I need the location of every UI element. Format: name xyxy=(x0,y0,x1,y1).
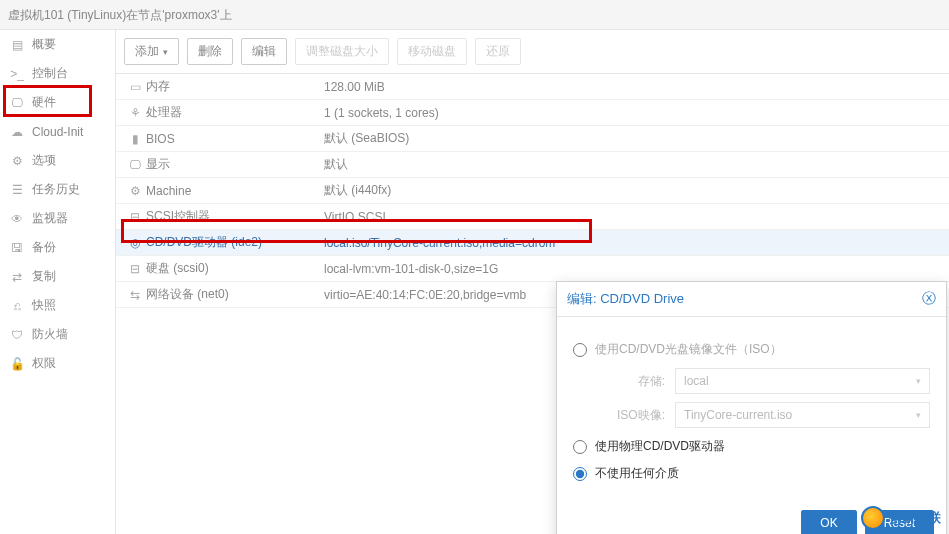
hw-value: 默认 xyxy=(324,156,941,173)
hw-name: 硬盘 (scsi0) xyxy=(146,260,324,277)
toolbar: 添加▾ 删除 编辑 调整磁盘大小 移动磁盘 还原 xyxy=(116,30,949,74)
sidebar-item-console[interactable]: >_控制台 xyxy=(0,59,115,88)
hardware-row-display[interactable]: 🖵显示默认 xyxy=(116,152,949,178)
radio-use-iso[interactable]: 使用CD/DVD光盘镜像文件（ISO） xyxy=(573,341,930,358)
sidebar-item-summary[interactable]: ▤概要 xyxy=(0,30,115,59)
radio-no-media[interactable]: 不使用任何介质 xyxy=(573,465,930,482)
edit-button[interactable]: 编辑 xyxy=(241,38,287,65)
book-icon: ▤ xyxy=(10,38,24,52)
sidebar-item-label: 控制台 xyxy=(32,65,68,82)
chevron-down-icon: ▾ xyxy=(916,410,921,420)
hw-name: Machine xyxy=(146,184,324,198)
cogs-icon: ⚙ xyxy=(124,184,146,198)
display-icon: 🖵 xyxy=(124,158,146,172)
revert-button: 还原 xyxy=(475,38,521,65)
hdd-icon: ⊟ xyxy=(124,210,146,224)
hw-name: CD/DVD驱动器 (ide2) xyxy=(146,234,324,251)
hw-value: VirtIO SCSI xyxy=(324,210,941,224)
hdd-icon: ⊟ xyxy=(124,262,146,276)
radio-use-physical[interactable]: 使用物理CD/DVD驱动器 xyxy=(573,438,930,455)
radio-label: 使用物理CD/DVD驱动器 xyxy=(595,438,725,455)
hardware-row-scsi-controller[interactable]: ⊟SCSI控制器VirtIO SCSI xyxy=(116,204,949,230)
add-button[interactable]: 添加▾ xyxy=(124,38,179,65)
hardware-row-machine[interactable]: ⚙Machine默认 (i440fx) xyxy=(116,178,949,204)
hw-value: 1 (1 sockets, 1 cores) xyxy=(324,106,941,120)
storage-field-row: 存储: local▾ xyxy=(595,368,930,394)
chevron-down-icon: ▾ xyxy=(163,47,168,57)
hw-name: BIOS xyxy=(146,132,324,146)
hw-value: local:iso/TinyCore-current.iso,media=cdr… xyxy=(324,236,941,250)
ok-button[interactable]: OK xyxy=(801,510,856,534)
hw-name: 显示 xyxy=(146,156,324,173)
monitor-icon: 🖵 xyxy=(10,96,24,110)
sidebar-item-label: 复制 xyxy=(32,268,56,285)
hw-name: 内存 xyxy=(146,78,324,95)
hw-value: 默认 (i440fx) xyxy=(324,182,941,199)
hw-name: 网络设备 (net0) xyxy=(146,286,324,303)
history-icon: ⎌ xyxy=(10,299,24,313)
radio-label: 使用CD/DVD光盘镜像文件（ISO） xyxy=(595,341,782,358)
sidebar-item-monitor[interactable]: 👁监视器 xyxy=(0,204,115,233)
sidebar-item-task-history[interactable]: ☰任务历史 xyxy=(0,175,115,204)
hardware-row-cpu[interactable]: ⚘处理器1 (1 sockets, 1 cores) xyxy=(116,100,949,126)
sidebar-item-hardware[interactable]: 🖵硬件 xyxy=(0,88,115,117)
hw-name: SCSI控制器 xyxy=(146,208,324,225)
resize-disk-button: 调整磁盘大小 xyxy=(295,38,389,65)
gear-icon: ⚙ xyxy=(10,154,24,168)
sidebar-item-permissions[interactable]: 🔓权限 xyxy=(0,349,115,378)
hardware-table: ▭内存128.00 MiB ⚘处理器1 (1 sockets, 1 cores)… xyxy=(116,74,949,308)
dialog-header: 编辑: CD/DVD Drive ⓧ xyxy=(557,282,946,317)
sidebar-item-label: 权限 xyxy=(32,355,56,372)
radio-input-none[interactable] xyxy=(573,467,587,481)
radio-input-iso[interactable] xyxy=(573,343,587,357)
cpu-icon: ⚘ xyxy=(124,106,146,120)
network-icon: ⇆ xyxy=(124,288,146,302)
sidebar: ▤概要 >_控制台 🖵硬件 ☁Cloud-Init ⚙选项 ☰任务历史 👁监视器… xyxy=(0,30,116,534)
dialog-title: 编辑: CD/DVD Drive xyxy=(567,290,684,308)
hardware-row-hard-disk[interactable]: ⊟硬盘 (scsi0)local-lvm:vm-101-disk-0,size=… xyxy=(116,256,949,282)
remove-button[interactable]: 删除 xyxy=(187,38,233,65)
iso-select[interactable]: TinyCore-current.iso▾ xyxy=(675,402,930,428)
storage-label: 存储: xyxy=(595,373,665,390)
iso-field-row: ISO映像: TinyCore-current.iso▾ xyxy=(595,402,930,428)
terminal-icon: >_ xyxy=(10,67,24,81)
radio-label: 不使用任何介质 xyxy=(595,465,679,482)
sidebar-item-label: 监视器 xyxy=(32,210,68,227)
hw-value: 128.00 MiB xyxy=(324,80,941,94)
sidebar-item-cloudinit[interactable]: ☁Cloud-Init xyxy=(0,117,115,146)
sidebar-item-label: 任务历史 xyxy=(32,181,80,198)
sidebar-item-firewall[interactable]: 🛡防火墙 xyxy=(0,320,115,349)
sidebar-item-options[interactable]: ⚙选项 xyxy=(0,146,115,175)
sidebar-item-label: 选项 xyxy=(32,152,56,169)
close-icon[interactable]: ⓧ xyxy=(922,290,936,308)
disc-icon: ◎ xyxy=(124,236,146,250)
radio-input-physical[interactable] xyxy=(573,440,587,454)
chevron-down-icon: ▾ xyxy=(916,376,921,386)
sidebar-item-replication[interactable]: ⇄复制 xyxy=(0,262,115,291)
lock-icon: 🔓 xyxy=(10,357,24,371)
iso-label: ISO映像: xyxy=(595,407,665,424)
save-icon: 🖫 xyxy=(10,241,24,255)
storage-select[interactable]: local▾ xyxy=(675,368,930,394)
shield-icon: 🛡 xyxy=(10,328,24,342)
chip-icon: ▮ xyxy=(124,132,146,146)
move-disk-button: 移动磁盘 xyxy=(397,38,467,65)
sidebar-item-backup[interactable]: 🖫备份 xyxy=(0,233,115,262)
cloud-icon: ☁ xyxy=(10,125,24,139)
list-icon: ☰ xyxy=(10,183,24,197)
sidebar-item-label: Cloud-Init xyxy=(32,125,83,139)
watermark-logo: 创新互联 xyxy=(861,506,941,530)
hw-name: 处理器 xyxy=(146,104,324,121)
sidebar-item-snapshots[interactable]: ⎌快照 xyxy=(0,291,115,320)
watermark-text: 创新互联 xyxy=(889,509,941,527)
sidebar-item-label: 快照 xyxy=(32,297,56,314)
window-title: 虚拟机101 (TinyLinux)在节点'proxmox3'上 xyxy=(0,0,949,30)
hardware-row-memory[interactable]: ▭内存128.00 MiB xyxy=(116,74,949,100)
eye-icon: 👁 xyxy=(10,212,24,226)
sidebar-item-label: 概要 xyxy=(32,36,56,53)
sidebar-item-label: 防火墙 xyxy=(32,326,68,343)
hardware-row-bios[interactable]: ▮BIOS默认 (SeaBIOS) xyxy=(116,126,949,152)
hardware-row-cddvd[interactable]: ◎CD/DVD驱动器 (ide2)local:iso/TinyCore-curr… xyxy=(116,230,949,256)
memory-icon: ▭ xyxy=(124,80,146,94)
sidebar-item-label: 硬件 xyxy=(32,94,56,111)
